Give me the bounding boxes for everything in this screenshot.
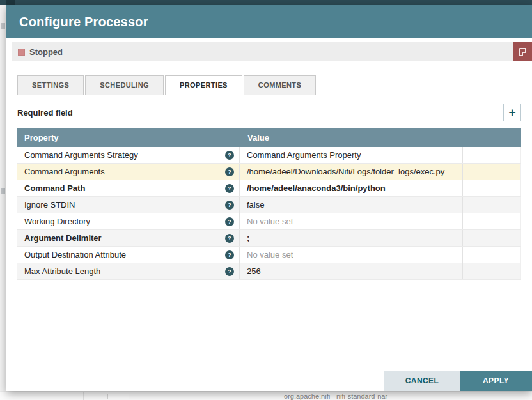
property-value[interactable]: ; [240,230,463,246]
help-icon[interactable]: ? [225,201,234,210]
table-body: Command Arguments Strategy ? Command Arg… [17,147,521,280]
property-value[interactable]: No value set [240,213,463,229]
background-divider [137,392,137,400]
table-header: Property Value [17,128,521,147]
row-extra-cell [463,230,521,246]
property-name: Command Arguments Strategy [24,150,138,160]
background-left-strip [0,5,6,391]
property-name: Command Arguments [24,167,105,176]
properties-table: Property Value Command Arguments Strateg… [17,128,521,280]
property-name: Ignore STDIN [24,200,75,210]
row-extra-cell [463,147,521,163]
row-extra-cell [463,180,521,196]
property-name: Command Path [24,183,85,193]
status-label: Stopped [29,47,63,57]
property-value[interactable]: No value set [240,247,463,263]
status-row: Stopped [12,42,532,61]
property-value[interactable]: /home/adeel/Downloads/Nifi/Logs/folder_l… [240,164,463,180]
property-value[interactable]: 256 [240,263,463,279]
property-row[interactable]: Ignore STDIN ? false [17,197,521,213]
background-hint [1,188,5,194]
row-extra-cell [463,247,521,263]
property-value[interactable]: Command Arguments Property [240,147,463,163]
app-logo [6,0,15,5]
tab-settings[interactable]: SETTINGS [17,75,84,95]
dialog-buttons: CANCEL APPLY [384,371,532,391]
tab-scheduling[interactable]: SCHEDULING [85,75,164,95]
property-name: Working Directory [24,217,90,226]
help-icon[interactable]: ? [225,151,234,160]
background-divider [221,392,221,400]
property-row[interactable]: Max Attribute Length ? 256 [17,263,521,280]
help-icon[interactable]: ? [225,234,234,243]
cancel-button[interactable]: CANCEL [384,371,460,391]
property-name: Argument Delimiter [24,233,102,243]
row-extra-cell [463,164,521,180]
background-divider [83,392,84,400]
background-divider [448,392,448,400]
tab-bar: SETTINGS SCHEDULING PROPERTIES COMMENTS [17,75,532,95]
column-header-property: Property [17,133,240,142]
document-icon [519,48,526,56]
property-row[interactable]: Output Destination Attribute ? No value … [17,247,521,263]
dialog-header: Configure Processor [6,5,532,38]
background-hint [1,23,5,29]
property-row[interactable]: Command Path ? /home/adeel/anaconda3/bin… [17,180,521,197]
status-bar: Stopped [12,42,513,61]
bulletin-button[interactable] [513,42,532,61]
row-extra-cell [463,263,521,279]
tab-properties[interactable]: PROPERTIES [165,75,242,95]
help-icon[interactable]: ? [225,217,234,226]
tab-comments[interactable]: COMMENTS [244,75,316,95]
property-row[interactable]: Argument Delimiter ? ; [17,230,521,247]
configure-processor-dialog: Configure Processor Stopped SETTINGS SCH… [6,5,532,391]
property-row[interactable]: Command Arguments Strategy ? Command Arg… [17,147,521,164]
help-icon[interactable]: ? [225,250,234,259]
stopped-icon [18,49,25,56]
property-value[interactable]: /home/adeel/anaconda3/bin/python [240,180,463,196]
row-extra-cell [463,213,521,229]
property-name: Output Destination Attribute [24,250,126,259]
required-field-label: Required field [17,108,73,118]
required-field-row: Required field + [17,102,521,123]
add-property-button[interactable]: + [503,104,521,121]
property-row[interactable]: Command Arguments ? /home/adeel/Download… [17,164,521,180]
help-icon[interactable]: ? [225,267,234,276]
background-control [107,394,129,399]
help-icon[interactable]: ? [225,184,234,193]
row-extra-cell [463,197,521,213]
help-icon[interactable]: ? [225,167,234,176]
background-app-toolbar [0,0,532,5]
property-name: Max Attribute Length [24,266,100,276]
background-footer-text: org.apache.nifi - nifi-standard-nar [284,392,387,400]
property-value[interactable]: false [240,197,463,213]
apply-button[interactable]: APPLY [460,371,532,391]
property-row[interactable]: Working Directory ? No value set [17,213,521,230]
background-footer-strip: org.apache.nifi - nifi-standard-nar [0,391,532,400]
column-header-value: Value [240,133,463,142]
dialog-title: Configure Processor [19,15,148,29]
